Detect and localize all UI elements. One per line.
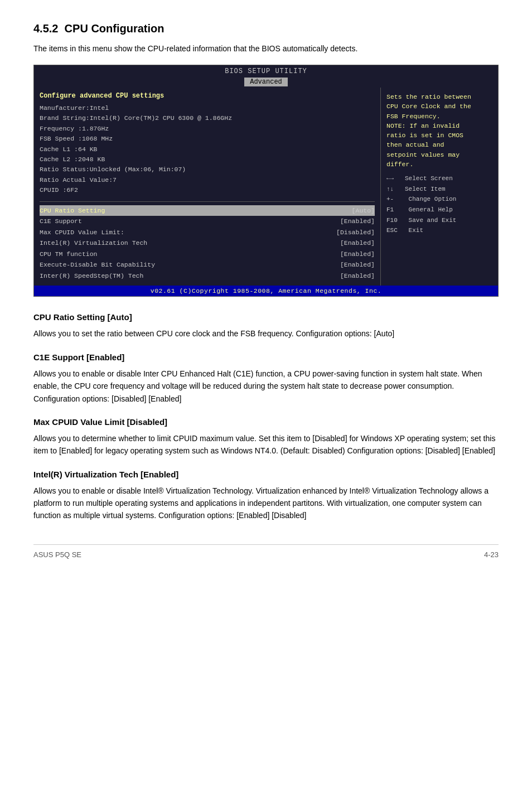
bios-menu-item-2[interactable]: Max CPUID Value Limit: [Disabled] <box>40 227 375 238</box>
bios-key-legend: ←→ Select Screen ↑↓ Select Item +- Chang… <box>386 173 492 236</box>
bios-menu-item-1[interactable]: C1E Support [Enabled] <box>40 216 375 227</box>
bios-help-text: Sets the ratio between CPU Core Clock an… <box>386 92 492 169</box>
bios-cpu-info: Manufacturer:Intel Brand String:Intel(R)… <box>40 103 375 196</box>
bios-menu-label-6: Inter(R) SpeedStep(TM) Tech <box>40 270 143 282</box>
bios-menu-value-2: [Disabled] <box>336 227 375 238</box>
bios-info-line-6: Ratio Status:Unlocked (Max:06, Min:07) <box>40 165 375 175</box>
bios-info-line-2: Frequency :1.87GHz <box>40 124 375 134</box>
bios-key-4: F10 Save and Exit <box>386 215 492 226</box>
bios-left-header: Configure advanced CPU settings <box>40 92 375 100</box>
bios-title: BIOS SETUP UTILITY <box>34 65 498 76</box>
bios-tab-bar: Advanced <box>34 76 498 88</box>
subsection-cpu-ratio: CPU Ratio Setting [Auto] Allows you to s… <box>33 312 499 340</box>
bios-menu-value-5: [Enabled] <box>340 259 375 270</box>
bios-menu-label-4: CPU TM function <box>40 249 98 260</box>
bios-tab-advanced: Advanced <box>244 78 288 86</box>
subsection-title-c1e: C1E Support [Enabled] <box>33 352 499 362</box>
bios-content: Configure advanced CPU settings Manufact… <box>34 88 498 286</box>
bios-menu-label-2: Max CPUID Value Limit: <box>40 227 124 238</box>
bios-info-line-8: CPUID :6F2 <box>40 185 375 195</box>
bios-menu: CPU Ratio Setting [Auto] C1E Support [En… <box>40 205 375 282</box>
bios-menu-value-0: [Auto] <box>352 205 375 216</box>
bios-divider <box>40 201 375 202</box>
footer-right: 4-23 <box>484 550 499 559</box>
bios-menu-label-1: C1E Support <box>40 216 82 227</box>
bios-menu-value-4: [Enabled] <box>340 249 375 260</box>
subsection-text-c1e: Allows you to enable or disable Inter CP… <box>33 368 499 405</box>
subsection-vt: Intel(R) Virtualization Tech [Enabled] A… <box>33 470 499 522</box>
bios-menu-item-0[interactable]: CPU Ratio Setting [Auto] <box>40 205 375 216</box>
bios-screenshot: BIOS SETUP UTILITY Advanced Configure ad… <box>33 65 499 297</box>
bios-menu-item-4[interactable]: CPU TM function [Enabled] <box>40 249 375 260</box>
bios-menu-value-6: [Enabled] <box>340 270 375 282</box>
bios-footer: v02.61 (C)Copyright 1985-2008, American … <box>34 286 498 296</box>
bios-key-3: F1 General Help <box>386 205 492 215</box>
subsection-text-vt: Allows you to enable or disable Intel® V… <box>33 485 499 522</box>
bios-menu-value-3: [Enabled] <box>340 238 375 249</box>
bios-menu-label-3: Intel(R) Virtualization Tech <box>40 238 147 249</box>
bios-menu-label-5: Execute-Disable Bit Capability <box>40 259 155 270</box>
bios-right-panel: Sets the ratio between CPU Core Clock an… <box>381 88 498 286</box>
bios-key-2: +- Change Option <box>386 194 492 205</box>
bios-menu-item-6[interactable]: Inter(R) SpeedStep(TM) Tech [Enabled] <box>40 270 375 282</box>
intro-text: The items in this menu show the CPU-rela… <box>33 43 499 55</box>
bios-key-5: ESC Exit <box>386 225 492 236</box>
bios-info-line-7: Ratio Actual Value:7 <box>40 175 375 185</box>
page-footer: ASUS P5Q SE 4-23 <box>33 544 499 559</box>
bios-info-line-5: Cache L2 :2048 KB <box>40 154 375 165</box>
subsection-cpuid: Max CPUID Value Limit [Disabled] Allows … <box>33 417 499 457</box>
section-title: 4.5.2 CPU Configuration <box>33 22 499 35</box>
bios-menu-item-3[interactable]: Intel(R) Virtualization Tech [Enabled] <box>40 238 375 249</box>
subsection-title-cpuid: Max CPUID Value Limit [Disabled] <box>33 417 499 427</box>
subsection-text-cpu-ratio: Allows you to set the ratio between CPU … <box>33 327 499 340</box>
subsection-title-vt: Intel(R) Virtualization Tech [Enabled] <box>33 470 499 479</box>
bios-info-line-4: Cache L1 :64 KB <box>40 144 375 154</box>
subsection-c1e: C1E Support [Enabled] Allows you to enab… <box>33 352 499 405</box>
subsection-title-cpu-ratio: CPU Ratio Setting [Auto] <box>33 312 499 322</box>
subsection-text-cpuid: Allows you to determine whether to limit… <box>33 432 499 457</box>
bios-left-panel: Configure advanced CPU settings Manufact… <box>34 88 381 286</box>
bios-menu-value-1: [Enabled] <box>340 216 375 227</box>
bios-info-line-3: FSB Speed :1068 MHz <box>40 134 375 144</box>
bios-menu-label-0: CPU Ratio Setting <box>40 205 105 216</box>
bios-info-line-1: Brand String:Intel(R) Core(TM)2 CPU 6300… <box>40 113 375 123</box>
bios-key-1: ↑↓ Select Item <box>386 184 492 195</box>
footer-left: ASUS P5Q SE <box>33 550 81 559</box>
bios-menu-item-5[interactable]: Execute-Disable Bit Capability [Enabled] <box>40 259 375 270</box>
bios-info-line-0: Manufacturer:Intel <box>40 103 375 113</box>
bios-key-0: ←→ Select Screen <box>386 173 492 184</box>
